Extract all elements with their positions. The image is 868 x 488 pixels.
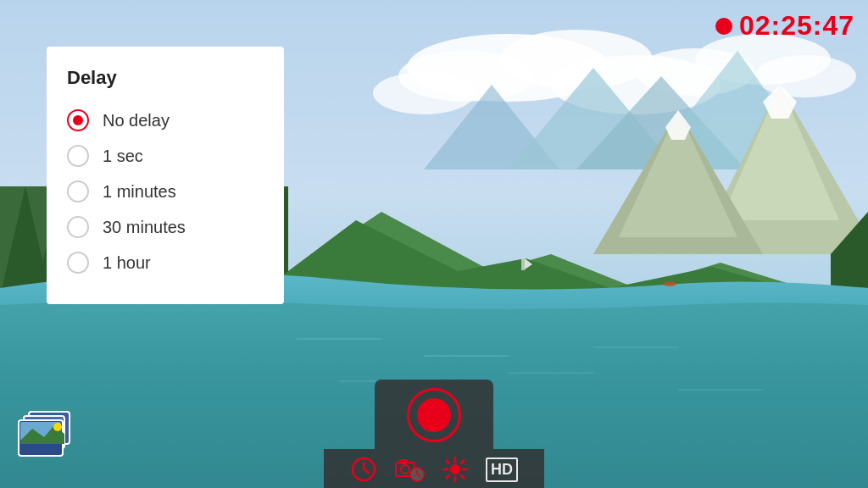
radio-1sec — [67, 145, 89, 167]
option-label-1hour: 1 hour — [103, 253, 151, 273]
svg-point-47 — [426, 407, 442, 424]
radio-30min — [67, 216, 89, 238]
timer-icon[interactable] — [350, 456, 377, 483]
svg-point-45 — [53, 423, 62, 431]
recording-dot — [715, 18, 732, 35]
svg-rect-37 — [521, 258, 525, 270]
delay-option-30min[interactable]: 30 minutes — [67, 209, 257, 245]
bottom-toolbar: HD — [324, 380, 544, 488]
delay-option-no-delay[interactable]: No delay — [67, 103, 257, 138]
svg-point-52 — [401, 465, 409, 474]
radio-1hour — [67, 252, 89, 274]
svg-point-6 — [373, 72, 475, 114]
svg-line-62 — [447, 461, 450, 464]
delay-panel: Delay No delay 1 sec 1 minutes 30 minute… — [47, 47, 284, 304]
hd-icon[interactable]: HD — [486, 458, 518, 482]
record-button-container — [375, 380, 493, 449]
delay-option-1sec[interactable]: 1 sec — [67, 138, 257, 174]
delay-option-1hour[interactable]: 1 hour — [67, 245, 257, 280]
gallery-icon[interactable] — [17, 410, 72, 463]
toolbar-icons: HD — [324, 449, 544, 488]
radio-1min — [67, 180, 89, 202]
option-label-1min: 1 minutes — [103, 182, 176, 202]
svg-line-65 — [447, 475, 450, 479]
svg-point-57 — [450, 464, 460, 474]
svg-line-63 — [461, 475, 465, 479]
record-button-inner — [417, 398, 451, 432]
recording-indicator: 02:25:47 — [715, 10, 854, 42]
svg-point-39 — [663, 281, 676, 286]
svg-point-8 — [754, 55, 856, 97]
svg-line-64 — [461, 461, 465, 464]
interval-timer-icon[interactable] — [394, 456, 425, 483]
brightness-icon[interactable] — [442, 456, 469, 483]
svg-line-50 — [364, 469, 369, 473]
record-button[interactable] — [407, 388, 461, 442]
option-label-1sec: 1 sec — [103, 147, 143, 166]
option-label-30min: 30 minutes — [103, 218, 186, 237]
radio-no-delay — [67, 109, 89, 131]
option-label-no-delay: No delay — [103, 111, 170, 130]
delay-option-1min[interactable]: 1 minutes — [67, 174, 257, 209]
delay-title: Delay — [67, 67, 257, 89]
radio-inner-no-delay — [73, 115, 83, 125]
recording-time: 02:25:47 — [739, 10, 854, 42]
